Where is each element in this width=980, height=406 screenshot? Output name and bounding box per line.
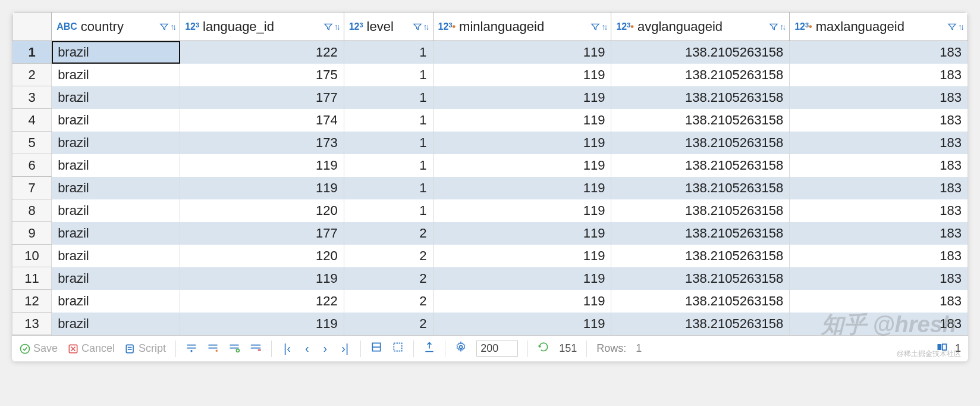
cell-avglanguageid[interactable]: 138.2105263158 (611, 41, 790, 64)
cell-level[interactable]: 2 (344, 290, 433, 313)
corner-cell[interactable] (12, 13, 52, 41)
last-page-button[interactable]: ›| (339, 342, 351, 355)
filter-sort-control[interactable]: ↑↓ (323, 22, 339, 32)
cell-language_id[interactable]: 173 (180, 132, 344, 154)
cell-minlanguageid[interactable]: 119 (433, 154, 611, 177)
add-row-button[interactable] (186, 341, 197, 356)
duplicate-row-button[interactable] (207, 341, 219, 356)
cell-level[interactable]: 2 (344, 313, 433, 335)
cell-country[interactable]: brazil (52, 290, 180, 313)
next-page-button[interactable]: › (321, 342, 330, 355)
cell-maxlanguageid[interactable]: 183 (790, 199, 968, 222)
cancel-button[interactable]: Cancel (67, 342, 115, 355)
cell-level[interactable]: 1 (344, 41, 433, 64)
panel-button-1[interactable] (370, 341, 382, 356)
cell-maxlanguageid[interactable]: 183 (790, 245, 968, 267)
filter-sort-control[interactable]: ↑↓ (413, 22, 428, 32)
table-row[interactable]: 8brazil1201119138.2105263158183 (12, 199, 968, 222)
cell-avglanguageid[interactable]: 138.2105263158 (611, 245, 790, 267)
filter-sort-control[interactable]: ↑↓ (159, 22, 175, 32)
col-header-country[interactable]: ABC country ↑↓ (52, 13, 180, 41)
cell-maxlanguageid[interactable]: 183 (790, 290, 968, 313)
col-header-avglanguageid[interactable]: 123• avglanguageid ↑↓ (611, 13, 790, 41)
col-header-minlanguageid[interactable]: 123• minlanguageid ↑↓ (433, 13, 611, 41)
cell-minlanguageid[interactable]: 119 (433, 267, 611, 290)
cell-maxlanguageid[interactable]: 183 (790, 64, 968, 86)
panel-button-2[interactable] (392, 341, 404, 356)
cell-country[interactable]: brazil (52, 177, 180, 199)
cell-country[interactable]: brazil (52, 313, 180, 335)
cell-language_id[interactable]: 120 (180, 199, 344, 222)
cell-language_id[interactable]: 119 (180, 154, 344, 177)
cell-maxlanguageid[interactable]: 183 (790, 154, 968, 177)
cell-avglanguageid[interactable]: 138.2105263158 (611, 132, 790, 154)
row-number[interactable]: 3 (12, 86, 52, 109)
save-button[interactable]: Save (19, 342, 58, 355)
cell-minlanguageid[interactable]: 119 (433, 64, 611, 86)
cell-level[interactable]: 1 (344, 199, 433, 222)
cell-minlanguageid[interactable]: 119 (433, 313, 611, 335)
table-row[interactable]: 12brazil1222119138.2105263158183 (12, 290, 968, 313)
cell-country[interactable]: brazil (52, 199, 180, 222)
table-row[interactable]: 2brazil1751119138.2105263158183 (12, 64, 968, 86)
cell-maxlanguageid[interactable]: 183 (790, 177, 968, 199)
panels-button[interactable] (936, 341, 948, 356)
cell-level[interactable]: 1 (344, 86, 433, 109)
page-size-input[interactable] (476, 341, 518, 357)
reload-button[interactable] (538, 341, 549, 356)
cell-language_id[interactable]: 177 (180, 222, 344, 245)
cell-country[interactable]: brazil (52, 154, 180, 177)
cell-minlanguageid[interactable]: 119 (433, 109, 611, 132)
cell-level[interactable]: 2 (344, 245, 433, 267)
row-number[interactable]: 2 (12, 64, 52, 86)
row-number[interactable]: 1 (12, 41, 52, 64)
filter-sort-control[interactable]: ↑↓ (769, 22, 784, 32)
cell-avglanguageid[interactable]: 138.2105263158 (611, 267, 790, 290)
cell-avglanguageid[interactable]: 138.2105263158 (611, 154, 790, 177)
cell-country[interactable]: brazil (52, 267, 180, 290)
cell-country[interactable]: brazil (52, 41, 180, 64)
cell-avglanguageid[interactable]: 138.2105263158 (611, 177, 790, 199)
table-row[interactable]: 5brazil1731119138.2105263158183 (12, 132, 968, 154)
prev-page-button[interactable]: ‹ (303, 342, 312, 355)
script-button[interactable]: Script (124, 342, 166, 355)
cell-maxlanguageid[interactable]: 183 (790, 132, 968, 154)
table-row[interactable]: 4brazil1741119138.2105263158183 (12, 109, 968, 132)
col-header-level[interactable]: 123 level ↑↓ (344, 13, 433, 41)
cell-language_id[interactable]: 122 (180, 290, 344, 313)
cell-avglanguageid[interactable]: 138.2105263158 (611, 290, 790, 313)
cell-level[interactable]: 1 (344, 154, 433, 177)
export-button[interactable] (423, 341, 435, 356)
delete-row-button[interactable] (250, 341, 262, 356)
cell-language_id[interactable]: 174 (180, 109, 344, 132)
row-number[interactable]: 6 (12, 154, 52, 177)
row-number[interactable]: 13 (12, 313, 52, 335)
row-number[interactable]: 11 (12, 267, 52, 290)
cell-avglanguageid[interactable]: 138.2105263158 (611, 313, 790, 335)
row-number[interactable]: 9 (12, 222, 52, 245)
cell-avglanguageid[interactable]: 138.2105263158 (611, 86, 790, 109)
cell-minlanguageid[interactable]: 119 (433, 86, 611, 109)
cell-country[interactable]: brazil (52, 86, 180, 109)
row-number[interactable]: 10 (12, 245, 52, 267)
cell-maxlanguageid[interactable]: 183 (790, 313, 968, 335)
cell-language_id[interactable]: 122 (180, 41, 344, 64)
cell-avglanguageid[interactable]: 138.2105263158 (611, 109, 790, 132)
first-page-button[interactable]: |‹ (281, 342, 293, 355)
row-number[interactable]: 7 (12, 177, 52, 199)
table-row[interactable]: 6brazil1191119138.2105263158183 (12, 154, 968, 177)
cell-minlanguageid[interactable]: 119 (433, 245, 611, 267)
col-header-maxlanguageid[interactable]: 123• maxlanguageid ↑↓ (790, 13, 968, 41)
cell-country[interactable]: brazil (52, 222, 180, 245)
cell-minlanguageid[interactable]: 119 (433, 132, 611, 154)
cell-maxlanguageid[interactable]: 183 (790, 86, 968, 109)
cell-country[interactable]: brazil (52, 109, 180, 132)
table-row[interactable]: 13brazil1192119138.2105263158183 (12, 313, 968, 335)
table-row[interactable]: 10brazil1202119138.2105263158183 (12, 245, 968, 267)
cell-level[interactable]: 1 (344, 177, 433, 199)
cell-level[interactable]: 2 (344, 267, 433, 290)
cell-avglanguageid[interactable]: 138.2105263158 (611, 64, 790, 86)
cell-level[interactable]: 1 (344, 109, 433, 132)
settings-button[interactable] (455, 341, 467, 356)
cell-language_id[interactable]: 175 (180, 64, 344, 86)
